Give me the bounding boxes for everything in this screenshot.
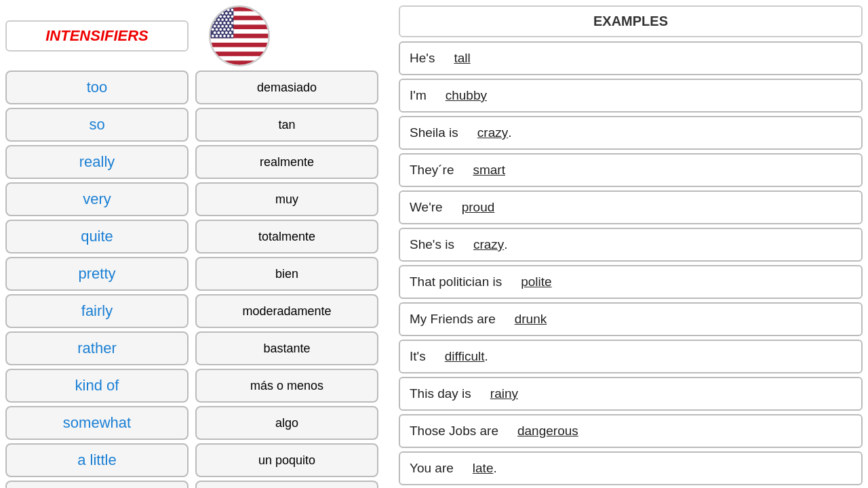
- svg-point-42: [216, 28, 218, 31]
- example-word-0: tall: [454, 51, 470, 66]
- left-section: INTENSIFIERS: [0, 0, 393, 488]
- example-word-3: smart: [473, 163, 505, 178]
- example-word-2: crazy: [477, 125, 508, 140]
- svg-point-40: [229, 25, 232, 28]
- svg-point-18: [229, 12, 232, 15]
- spanish-word-4: totalmente: [195, 220, 378, 253]
- svg-point-22: [223, 15, 226, 18]
- svg-point-34: [227, 22, 230, 24]
- examples-list: He'stallI'mchubbySheila iscrazy.They´res…: [399, 41, 863, 488]
- examples-title: EXAMPLES: [593, 14, 668, 28]
- intensifiers-title-box: INTENSIFIERS: [5, 20, 189, 52]
- english-word-11: a bit: [5, 481, 189, 488]
- svg-point-14: [214, 12, 216, 15]
- svg-point-54: [219, 35, 222, 37]
- example-word-6: polite: [521, 274, 551, 289]
- svg-point-47: [214, 31, 216, 34]
- example-prefix-9: This day is: [410, 386, 471, 401]
- example-prefix-8: It's: [410, 349, 426, 364]
- svg-point-38: [221, 25, 224, 28]
- example-box-7: My Friends aredrunk: [399, 302, 863, 336]
- example-suffix-2: .: [508, 125, 511, 140]
- svg-point-32: [219, 22, 222, 24]
- svg-point-39: [225, 25, 228, 28]
- right-section: EXAMPLES He'stallI'mchubbySheila iscrazy…: [393, 0, 868, 488]
- english-word-1: so: [5, 108, 189, 142]
- english-word-10: a little: [5, 443, 189, 477]
- spanish-word-11: un poco: [195, 481, 378, 488]
- svg-point-24: [231, 15, 234, 18]
- svg-point-51: [229, 31, 232, 34]
- svg-point-37: [218, 25, 220, 28]
- svg-point-21: [219, 15, 222, 18]
- svg-point-23: [227, 15, 230, 18]
- svg-point-52: [212, 35, 214, 37]
- spanish-word-10: un poquito: [195, 443, 378, 477]
- svg-rect-4: [210, 38, 269, 43]
- example-box-1: I'mchubby: [399, 79, 863, 113]
- example-suffix-11: .: [493, 461, 496, 476]
- svg-point-33: [223, 22, 226, 24]
- example-prefix-5: She's is: [410, 237, 454, 252]
- example-word-8: difficult: [445, 349, 485, 364]
- example-prefix-2: Sheila is: [410, 125, 458, 140]
- svg-point-53: [216, 35, 218, 37]
- example-prefix-6: That politician is: [410, 274, 502, 289]
- spanish-word-3: muy: [195, 182, 378, 216]
- svg-point-31: [216, 22, 218, 24]
- english-word-0: too: [5, 70, 189, 104]
- svg-point-57: [231, 35, 234, 37]
- example-word-5: crazy: [473, 237, 504, 252]
- svg-point-26: [218, 18, 220, 21]
- col-english: toosoreallyveryquiteprettyfairlyratherki…: [5, 70, 189, 488]
- example-box-6: That politician ispolite: [399, 265, 863, 299]
- example-box-4: We'reproud: [399, 190, 863, 224]
- example-word-1: chubby: [446, 88, 487, 103]
- col-spanish: demasiadotanrealmentemuytotalmentebienmo…: [195, 70, 378, 488]
- word-columns: toosoreallyveryquiteprettyfairlyratherki…: [5, 70, 388, 488]
- example-box-9: This day israiny: [399, 377, 863, 411]
- example-box-5: She's iscrazy.: [399, 228, 863, 262]
- svg-point-28: [225, 18, 228, 21]
- spanish-word-8: más o menos: [195, 369, 378, 403]
- svg-point-44: [223, 28, 226, 31]
- example-suffix-5: .: [504, 237, 507, 252]
- example-prefix-3: They´re: [410, 163, 454, 178]
- intensifiers-title: INTENSIFIERS: [45, 27, 149, 44]
- flag-container: [209, 5, 270, 66]
- svg-point-49: [221, 31, 224, 34]
- spanish-word-6: moderadamente: [195, 294, 378, 328]
- example-prefix-10: Those Jobs are: [410, 424, 498, 439]
- svg-point-29: [229, 18, 232, 21]
- svg-point-41: [212, 28, 214, 31]
- svg-point-19: [212, 15, 214, 18]
- spanish-word-9: algo: [195, 406, 378, 440]
- example-box-0: He'stall: [399, 41, 863, 75]
- svg-point-13: [231, 9, 234, 12]
- example-word-7: drunk: [515, 312, 547, 327]
- example-word-9: rainy: [490, 386, 518, 401]
- english-word-3: very: [5, 182, 189, 216]
- example-box-10: Those Jobs aredangerous: [399, 414, 863, 448]
- example-prefix-11: You are: [410, 461, 454, 476]
- english-word-5: pretty: [5, 257, 189, 291]
- svg-point-17: [225, 12, 228, 15]
- us-flag: [209, 5, 270, 66]
- svg-point-9: [216, 9, 218, 12]
- english-word-4: quite: [5, 220, 189, 253]
- svg-point-45: [227, 28, 230, 31]
- example-box-8: It'sdifficult.: [399, 340, 863, 373]
- svg-point-46: [231, 28, 234, 31]
- example-word-4: proud: [462, 200, 495, 215]
- examples-title-box: EXAMPLES: [399, 5, 863, 37]
- example-word-11: late: [473, 461, 494, 476]
- svg-rect-5: [210, 47, 269, 52]
- svg-point-56: [227, 35, 230, 37]
- svg-point-35: [231, 22, 234, 24]
- example-prefix-7: My Friends are: [410, 312, 496, 327]
- svg-point-48: [218, 31, 220, 34]
- svg-point-8: [212, 9, 214, 12]
- example-prefix-0: He's: [410, 51, 435, 66]
- svg-point-27: [221, 18, 224, 21]
- svg-point-55: [223, 35, 226, 37]
